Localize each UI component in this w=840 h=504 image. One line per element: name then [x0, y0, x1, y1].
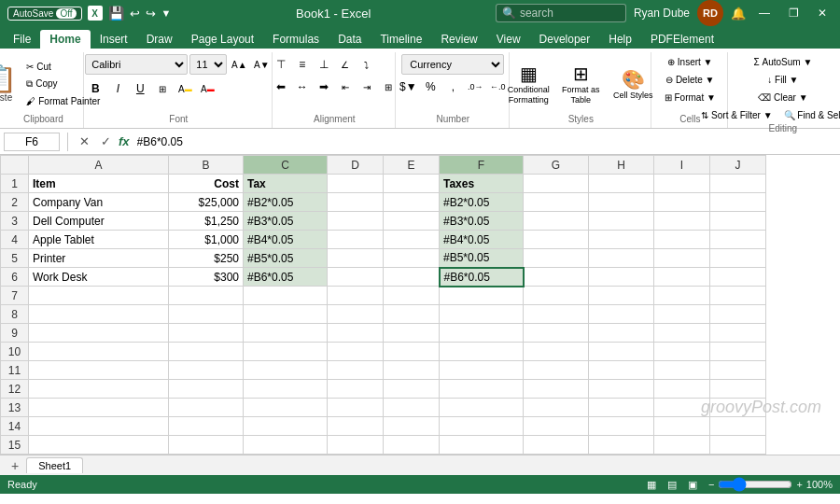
cell-j5[interactable] — [710, 249, 766, 268]
zoom-slider[interactable] — [718, 477, 792, 492]
cell-c14[interactable] — [244, 417, 328, 436]
cell-a1[interactable]: Item — [29, 175, 169, 193]
cell-c4[interactable]: #B4*0.05 — [244, 231, 328, 249]
cell-j9[interactable] — [710, 324, 766, 343]
cell-e13[interactable] — [384, 399, 440, 417]
paste-button[interactable]: 📋 Paste — [0, 59, 19, 109]
cell-j13[interactable] — [710, 399, 766, 417]
redo-icon[interactable]: ↪ — [146, 7, 156, 21]
cell-f12[interactable] — [440, 380, 524, 399]
cell-j8[interactable] — [710, 305, 766, 324]
cell-f4[interactable]: #B4*0.05 — [440, 231, 524, 249]
cell-h11[interactable] — [589, 361, 654, 380]
increase-indent-button[interactable]: ⇥ — [357, 77, 377, 97]
cell-d2[interactable] — [328, 193, 384, 212]
close-button[interactable]: ✕ — [812, 7, 833, 20]
minimize-button[interactable]: — — [753, 7, 776, 20]
percent-button[interactable]: % — [420, 77, 441, 97]
tab-data[interactable]: Data — [329, 30, 371, 49]
cell-i10[interactable] — [654, 343, 710, 361]
cell-b9[interactable] — [169, 324, 244, 343]
decrease-font-button[interactable]: A▼ — [251, 54, 272, 75]
tab-developer[interactable]: Developer — [530, 30, 600, 49]
find-select-button[interactable]: 🔍 Find & Select ▼ — [779, 107, 840, 123]
autosum-button[interactable]: Σ AutoSum ▼ — [749, 54, 818, 70]
cell-j1[interactable] — [710, 175, 766, 193]
cell-h5[interactable] — [589, 249, 654, 268]
cell-d15[interactable] — [328, 436, 384, 455]
cell-g7[interactable] — [524, 287, 589, 305]
cell-d1[interactable] — [328, 175, 384, 193]
cell-h9[interactable] — [589, 324, 654, 343]
font-name-select[interactable]: Calibri — [85, 54, 188, 75]
increase-decimal-button[interactable]: .0→ — [465, 77, 485, 97]
tab-formulas[interactable]: Formulas — [263, 30, 329, 49]
cell-j15[interactable] — [710, 436, 766, 455]
cell-i2[interactable] — [654, 193, 710, 212]
zoom-level[interactable]: 100% — [806, 479, 833, 490]
tab-view[interactable]: View — [487, 30, 530, 49]
sort-filter-button[interactable]: ⇅ Sort & Filter ▼ — [696, 107, 777, 123]
cell-g14[interactable] — [524, 417, 589, 436]
align-right-button[interactable]: ➡ — [314, 77, 334, 97]
cell-e10[interactable] — [384, 343, 440, 361]
tab-home[interactable]: Home — [40, 30, 90, 49]
zoom-in-button[interactable]: + — [796, 479, 802, 490]
cell-a15[interactable] — [29, 436, 169, 455]
bold-button[interactable]: B — [85, 78, 105, 99]
cell-c8[interactable] — [244, 305, 328, 324]
cell-c3[interactable]: #B3*0.05 — [244, 212, 328, 231]
cell-c5[interactable]: #B5*0.05 — [244, 249, 328, 268]
cell-c11[interactable] — [244, 361, 328, 380]
cell-g1[interactable] — [524, 175, 589, 193]
cell-f6[interactable]: #B6*0.05 — [440, 268, 524, 287]
underline-button[interactable]: U — [130, 78, 150, 99]
cell-b14[interactable] — [169, 417, 244, 436]
align-bottom-button[interactable]: ⊥ — [314, 54, 334, 75]
cell-e6[interactable] — [384, 268, 440, 287]
cell-d12[interactable] — [328, 380, 384, 399]
cell-i3[interactable] — [654, 212, 710, 231]
cell-a11[interactable] — [29, 361, 169, 380]
cell-b1[interactable]: Cost — [169, 175, 244, 193]
tab-insert[interactable]: Insert — [91, 30, 137, 49]
search-input[interactable] — [520, 7, 613, 20]
decrease-indent-button[interactable]: ⇤ — [335, 77, 356, 97]
align-center-button[interactable]: ↔ — [292, 77, 313, 97]
tab-file[interactable]: File — [4, 30, 40, 49]
tab-review[interactable]: Review — [431, 30, 486, 49]
tab-draw[interactable]: Draw — [137, 30, 182, 49]
comma-button[interactable]: , — [442, 77, 463, 97]
cell-c2[interactable]: #B2*0.05 — [244, 193, 328, 212]
cell-j12[interactable] — [710, 380, 766, 399]
cell-b15[interactable] — [169, 436, 244, 455]
cell-h2[interactable] — [589, 193, 654, 212]
cell-b2[interactable]: $25,000 — [169, 193, 244, 212]
cell-e7[interactable] — [384, 287, 440, 305]
cell-h10[interactable] — [589, 343, 654, 361]
cell-j4[interactable] — [710, 231, 766, 249]
cell-reference-input[interactable] — [4, 133, 60, 151]
cell-f11[interactable] — [440, 361, 524, 380]
cell-g2[interactable] — [524, 193, 589, 212]
fill-color-button[interactable]: A▬ — [175, 78, 195, 99]
cell-j7[interactable] — [710, 287, 766, 305]
cell-a10[interactable] — [29, 343, 169, 361]
cell-i5[interactable] — [654, 249, 710, 268]
merge-center-button[interactable]: ⊞ — [378, 77, 399, 97]
cell-h15[interactable] — [589, 436, 654, 455]
cell-e15[interactable] — [384, 436, 440, 455]
border-button[interactable]: ⊞ — [152, 78, 173, 99]
cell-c15[interactable] — [244, 436, 328, 455]
formula-input[interactable] — [133, 133, 836, 150]
font-color-button[interactable]: A▬ — [197, 78, 217, 99]
wrap-text-button[interactable]: ⤵ — [357, 54, 377, 75]
cell-g5[interactable] — [524, 249, 589, 268]
cell-g3[interactable] — [524, 212, 589, 231]
col-header-d[interactable]: D — [328, 156, 384, 175]
accounting-button[interactable]: $▼ — [398, 77, 418, 97]
cell-j10[interactable] — [710, 343, 766, 361]
cell-c9[interactable] — [244, 324, 328, 343]
cell-e1[interactable] — [384, 175, 440, 193]
cell-h12[interactable] — [589, 380, 654, 399]
